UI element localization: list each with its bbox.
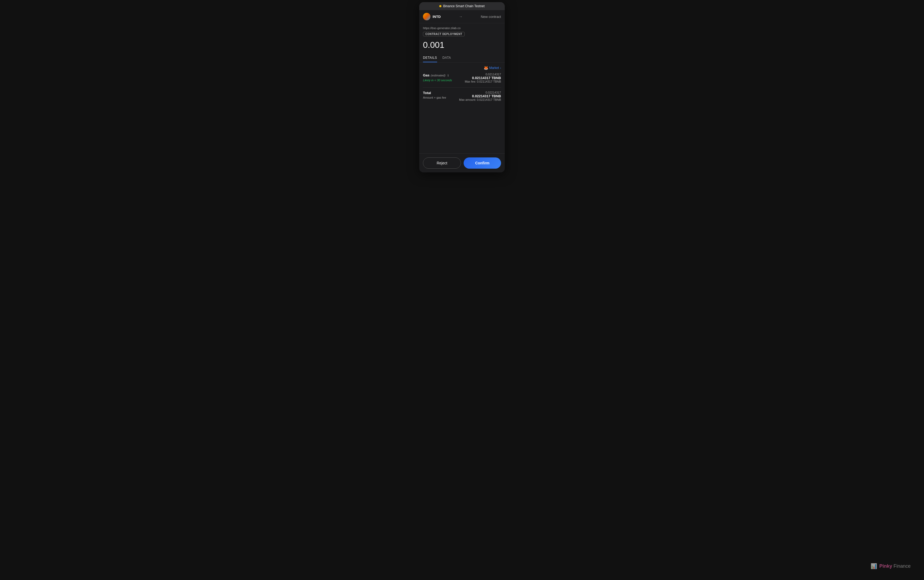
gas-max-fee-label: Max fee: [465, 80, 476, 83]
account-name: INTD [432, 15, 441, 19]
gas-max-fee: Max fee: 0.02114317 TBNB [465, 80, 501, 83]
amount-section: 0.001 [419, 38, 505, 54]
likely-text: Likely in < 30 seconds [423, 79, 452, 82]
market-row: 🦊 Market › [423, 66, 501, 70]
arrow-icon: → [459, 15, 462, 19]
watermark-brand: Pinky Finance [879, 564, 911, 569]
info-icon[interactable]: ℹ [447, 74, 449, 77]
market-icon: 🦊 [483, 66, 488, 70]
market-link[interactable]: Market [489, 66, 499, 70]
new-contract-label: New contract [481, 15, 501, 19]
gas-label: Gas [423, 73, 430, 77]
details-panel: 🦊 Market › Gas (estimated) ℹ Likely in <… [419, 63, 505, 153]
market-chevron: › [500, 66, 501, 69]
network-dot [439, 5, 441, 7]
url-text: https://bsc-generator.zilab.co [423, 26, 501, 30]
total-label: Total [423, 91, 446, 95]
divider [423, 87, 501, 88]
gas-label-group: Gas (estimated) ℹ Likely in < 30 seconds [423, 73, 452, 82]
total-max-label: Max amount: [459, 98, 476, 101]
tabs: DETAILS DATA [419, 54, 505, 63]
tab-data[interactable]: DATA [442, 54, 451, 62]
gas-values: 0.02114317 0.02114317 TBNB Max fee: 0.02… [465, 73, 501, 83]
watermark-icon: 📊 [871, 563, 877, 569]
network-name: Binance Smart Chain Testnet [443, 4, 485, 8]
account-left: INTD [423, 13, 441, 20]
watermark: 📊 Pinky Finance [871, 563, 911, 569]
total-max-amount: Max amount: 0.02214317 TBNB [459, 98, 501, 101]
total-value-main: 0.02214317 TBNB [459, 94, 501, 98]
avatar [423, 13, 431, 20]
contract-badge: CONTRACT DEPLOYMENT [423, 32, 465, 36]
gas-value-main: 0.02114317 TBNB [465, 76, 501, 80]
url-section: https://bsc-generator.zilab.co CONTRACT … [419, 23, 505, 38]
amount-gas-label: Amount + gas fee [423, 96, 446, 99]
confirm-button[interactable]: Confirm [464, 157, 501, 169]
total-max-value: 0.02214317 TBNB [477, 98, 501, 101]
footer-buttons: Reject Confirm [419, 153, 505, 172]
wallet-popup: Binance Smart Chain Testnet INTD → New c… [419, 2, 505, 172]
gas-max-fee-value: 0.02114317 TBNB [477, 80, 501, 83]
amount-value: 0.001 [423, 40, 501, 50]
total-label-group: Total Amount + gas fee [423, 91, 446, 99]
gas-section: Gas (estimated) ℹ Likely in < 30 seconds… [423, 73, 501, 83]
total-row: Total Amount + gas fee 0.02214317 0.0221… [423, 91, 501, 101]
total-values: 0.02214317 0.02214317 TBNB Max amount: 0… [459, 91, 501, 101]
reject-button[interactable]: Reject [423, 157, 461, 169]
total-section: Total Amount + gas fee 0.02214317 0.0221… [423, 91, 501, 101]
gas-estimated-label: (estimated) [431, 74, 446, 77]
account-row: INTD → New contract [419, 10, 505, 23]
gas-value-small: 0.02114317 [465, 73, 501, 76]
network-bar: Binance Smart Chain Testnet [419, 2, 505, 10]
tab-details[interactable]: DETAILS [423, 54, 437, 62]
gas-row: Gas (estimated) ℹ Likely in < 30 seconds… [423, 73, 501, 83]
total-value-small: 0.02214317 [459, 91, 501, 94]
